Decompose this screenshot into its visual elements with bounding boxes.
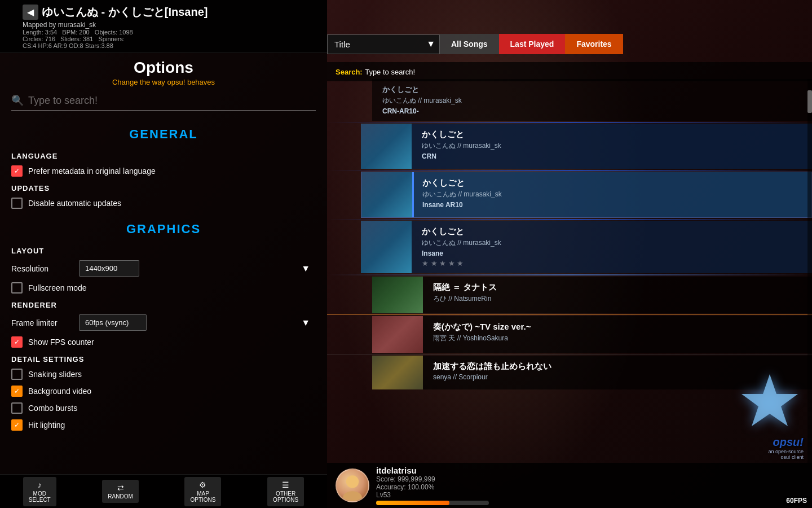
song-diff: Insane: [422, 249, 804, 257]
search-bar-right: Search: Type to search!: [327, 62, 812, 81]
song-artist: ゆいこんぬ // murasaki_sk: [382, 96, 804, 106]
svg-point-1: [343, 491, 362, 501]
song-item[interactable]: 隔絶 ＝ タナトス ろひ // NatsumeRin: [372, 277, 812, 313]
song-item[interactable]: 奏(かなで) ~TV size ver.~ 雨宮 天 // YoshinoSak…: [372, 316, 812, 353]
song-item[interactable]: かくしごと ゆいこんぬ // murasaki_sk CRN-AR10-: [372, 79, 812, 121]
snaking-sliders-label: Snaking sliders: [28, 370, 82, 379]
frame-limiter-arrow: ▼: [301, 318, 310, 328]
disable-updates-checkbox[interactable]: [11, 198, 23, 209]
back-button[interactable]: ◀: [23, 5, 38, 20]
list-divider: [327, 354, 812, 354]
favorites-button[interactable]: Favorites: [565, 34, 623, 54]
fps-counter: 60FPS: [783, 496, 810, 506]
background-video-label: Background video: [28, 387, 91, 396]
search-hint: Type to search!: [365, 68, 415, 76]
list-divider: [327, 170, 812, 171]
song-thumbnail: [361, 124, 412, 169]
snaking-sliders-checkbox[interactable]: [11, 369, 23, 380]
detail-settings-label: DETAIL SETTINGS: [0, 351, 327, 366]
title-sort-wrapper: Title Artist Creator BPM ▼: [327, 34, 440, 54]
other-options-button[interactable]: ☰ OTHEROPTIONS: [267, 477, 304, 506]
song-thumbnail: [372, 277, 423, 313]
frame-limiter-dropdown[interactable]: 60fps (vsync) 120fps 240fps Unlimited: [79, 314, 147, 331]
all-songs-button[interactable]: All Songs: [440, 34, 499, 54]
song-header: ◀ ゆいこんぬ - かくしごと[Insane] Mapped by murasa…: [0, 0, 327, 53]
options-search-box: 🔍: [11, 94, 316, 111]
scrollbar-thumb[interactable]: [807, 90, 812, 113]
opsu-star-icon: [736, 371, 804, 439]
random-label: RANDOM: [108, 493, 133, 500]
song-name: かくしごと: [422, 226, 804, 237]
resolution-dropdown[interactable]: 812x508 1920x1080 1280x720: [79, 260, 139, 277]
show-fps-label: Show FPS counter: [28, 338, 94, 347]
player-score: Score: 999,999,999: [376, 475, 804, 483]
opsu-sub-text: an open-sourceosu! client: [768, 449, 804, 460]
background-video-checkbox[interactable]: ✓: [11, 386, 23, 397]
frame-limiter-dropdown-wrapper: 60fps (vsync) 120fps 240fps Unlimited ▼: [79, 314, 316, 331]
resolution-row: Resolution 812x508 1920x1080 1280x720 ▼: [0, 257, 327, 279]
song-artist: ゆいこんぬ // murasaki_sk: [422, 141, 804, 151]
last-played-button[interactable]: Last Played: [499, 34, 566, 54]
player-progress-bar: [376, 501, 489, 505]
snaking-sliders-row: Snaking sliders: [0, 366, 327, 383]
fullscreen-label: Fullscreen mode: [28, 283, 87, 292]
song-name: 加速する恋は誰も止められない: [433, 361, 804, 372]
song-name: 隔絶 ＝ タナトス: [433, 282, 804, 293]
song-stats: CS:4 HP:6 AR:9 OD:8 Stars:3.88: [23, 42, 320, 49]
hit-lighting-checkbox[interactable]: ✓: [11, 419, 23, 431]
frame-limiter-row: Frame limiter 60fps (vsync) 120fps 240fp…: [0, 312, 327, 334]
mod-select-icon: ♪: [29, 480, 51, 489]
song-name: 奏(かなで) ~TV size ver.~: [433, 322, 804, 332]
frame-limiter-label: Frame limiter: [11, 318, 73, 327]
opsu-branding: opsu! an open-sourceosu! client: [736, 371, 804, 460]
song-mapped-by: Mapped by murasaki_sk: [23, 21, 320, 29]
top-bar-right: Title Artist Creator BPM ▼ All Songs Las…: [327, 34, 812, 54]
prefer-metadata-label: Prefer metadata in original language: [28, 167, 156, 176]
song-length-info: Length: 3:54 BPM: 200 Objects: 1098: [23, 29, 320, 36]
options-title: Options: [134, 59, 193, 77]
title-sort-dropdown[interactable]: Title Artist Creator BPM: [327, 34, 440, 54]
options-search-input[interactable]: [28, 95, 316, 107]
song-circles-info: Circles: 716 Sliders: 381 Spinners:: [23, 36, 320, 42]
section-general: GENERAL: [0, 117, 327, 147]
search-icon: 🔍: [11, 94, 24, 107]
song-thumbnail: [372, 356, 423, 389]
random-button[interactable]: ⇄ RANDOM: [102, 480, 138, 503]
list-divider: [327, 274, 812, 275]
player-bar: itdelatrisu Score: 999,999,999 Accuracy:…: [327, 463, 812, 508]
list-divider-orange: [327, 314, 812, 315]
song-artist: ゆいこんぬ // murasaki_sk: [422, 190, 803, 199]
combo-bursts-checkbox[interactable]: [11, 402, 23, 414]
song-item[interactable]: かくしごと ゆいこんぬ // murasaki_sk Insane AR10: [361, 172, 812, 218]
list-divider: [327, 219, 812, 220]
updates-label: UPDATES: [0, 179, 327, 195]
prefer-metadata-row: ✓ Prefer metadata in original language: [0, 163, 327, 179]
resolution-dropdown-arrow: ▼: [301, 264, 310, 274]
song-name: かくしごと: [382, 85, 804, 95]
bottom-bar: ♪ MODSELECT ⇄ RANDOM ⚙ MAPOPTIONS ☰ OTHE…: [0, 474, 327, 508]
svg-point-0: [346, 475, 359, 488]
player-level: Lv53: [376, 491, 804, 499]
song-item[interactable]: かくしごと ゆいこんぬ // murasaki_sk Insane ★ ★ ★ …: [361, 221, 812, 273]
fullscreen-checkbox[interactable]: [11, 282, 23, 294]
language-label: LANGUAGE: [0, 147, 327, 163]
mod-select-button[interactable]: ♪ MODSELECT: [23, 477, 56, 506]
renderer-label: RENDERER: [0, 296, 327, 312]
song-thumbnail: [361, 221, 412, 273]
mod-select-label: MODSELECT: [29, 491, 51, 503]
show-fps-row: ✓ Show FPS counter: [0, 334, 327, 351]
song-item[interactable]: かくしごと ゆいこんぬ // murasaki_sk CRN: [361, 124, 812, 169]
map-options-button[interactable]: ⚙ MAPOPTIONS: [184, 477, 221, 506]
prefer-metadata-checkbox[interactable]: ✓: [11, 165, 23, 177]
resolution-label: Resolution: [11, 264, 73, 273]
song-stars: ★ ★ ★ ★ ★: [422, 259, 804, 268]
search-label: Search:: [336, 68, 363, 76]
show-fps-checkbox[interactable]: ✓: [11, 336, 23, 348]
song-artist: ろひ // NatsumeRin: [433, 294, 804, 304]
combo-bursts-label: Combo bursts: [28, 404, 77, 413]
section-graphics: GRAPHICS: [0, 212, 327, 242]
disable-updates-row: Disable automatic updates: [0, 195, 327, 212]
right-scrollbar[interactable]: [807, 79, 812, 463]
player-progress-fill: [376, 501, 449, 505]
background-video-row: ✓ Background video: [0, 383, 327, 400]
